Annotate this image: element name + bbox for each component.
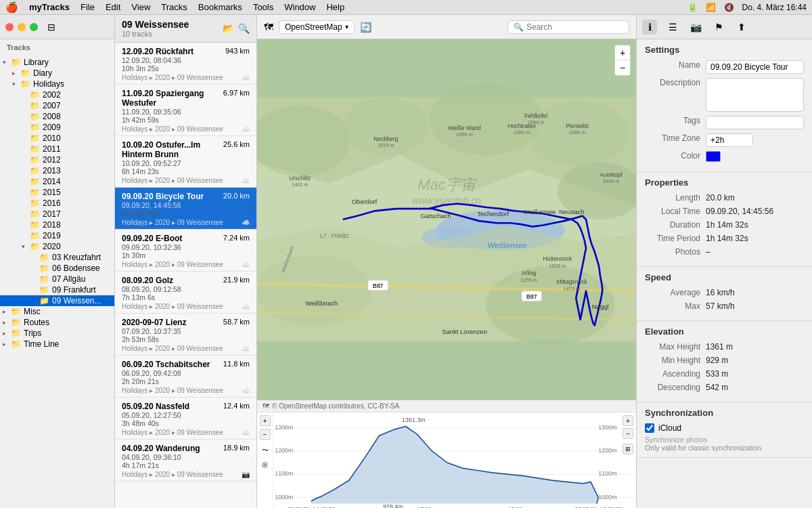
sidebar-item-diary[interactable]: 📁 Diary [0, 68, 114, 79]
map-search-box[interactable]: 🔍 [508, 20, 629, 34]
tree-arrow-diary[interactable] [12, 70, 20, 77]
track-item-2[interactable]: 11.09.20 Spaziergang Westufer 6.97 km 11… [115, 85, 256, 136]
menu-help[interactable]: Help [326, 2, 344, 12]
timeperiod-value: 1h 14m 32s [706, 234, 804, 243]
sidebar-item-trips[interactable]: 📁 Trips [0, 328, 114, 339]
sidebar-item-allgau[interactable]: 📁 07 Allgäu [0, 274, 114, 284]
refresh-icon[interactable]: 🔄 [360, 22, 371, 33]
sidebar-item-misc[interactable]: 📁 Misc [0, 306, 114, 317]
compass-icon-elev[interactable]: ◎ [260, 459, 271, 469]
elev-fit[interactable]: ⊞ [623, 444, 633, 454]
sidebar-item-library[interactable]: 📁 Library [0, 57, 114, 68]
tree-arrow-trips[interactable] [3, 330, 11, 337]
sidebar-item-2013[interactable]: 📁 2013 [0, 165, 114, 176]
map-canvas[interactable]: B87 B87 Fehlkofel 1594 m Nockberg 1515 m… [257, 39, 636, 400]
track-item-8[interactable]: 06.09.20 Tschabitscher 11.8 km 06.09.20,… [115, 356, 256, 398]
search-icon[interactable]: 🔍 [238, 23, 250, 34]
descending-label: Descending [645, 383, 706, 392]
sidebar-item-2008[interactable]: 📁 2008 [0, 111, 114, 122]
svg-text:Sankt Lorenzen: Sankt Lorenzen [442, 328, 487, 335]
sidebar-item-kreuzfahrt[interactable]: 📁 03 Kreuzfahrt [0, 252, 114, 263]
elevation-svg: 1300m 1200m 1100m 1000m 1300m 1200m 1100… [273, 412, 636, 508]
color-swatch[interactable] [706, 151, 721, 162]
close-btn[interactable] [5, 23, 14, 31]
map-source-selector[interactable]: OpenStreetMap ▾ [279, 20, 355, 34]
sidebar-item-2007[interactable]: 📁 2007 [0, 100, 114, 111]
folder-icon-2002: 📁 [30, 90, 41, 100]
folder-icon-2013: 📁 [30, 166, 41, 175]
minimize-btn[interactable] [18, 23, 26, 31]
ascending-value: 533 m [706, 369, 804, 379]
elev-zoom-out[interactable]: − [623, 428, 633, 439]
desc-textarea[interactable] [706, 78, 804, 112]
track-item-4[interactable]: 09.09.20 Bicycle Tour 20.0 km 09.09.20, … [115, 188, 256, 230]
sidebar-item-2020[interactable]: 📁 2020 [0, 241, 114, 252]
menu-window[interactable]: Window [284, 2, 315, 12]
sidebar-item-frankfurt[interactable]: 📁 09 Frankfurt [0, 284, 114, 295]
sidebar-item-2017[interactable]: 📁 2017 [0, 209, 114, 219]
track-item-10[interactable]: 04.09.20 Wanderung 18.9 km 04.09.20, 09:… [115, 440, 256, 482]
tags-input[interactable] [706, 116, 804, 129]
sidebar-item-2011[interactable]: 📁 2011 [0, 144, 114, 154]
tree-arrow-holidays[interactable] [12, 81, 20, 87]
sidebar-item-2015[interactable]: 📁 2015 [0, 187, 114, 198]
track-item-1[interactable]: 12.09.20 Rückfahrt 943 km 12.09.20, 08:0… [115, 43, 256, 85]
sidebar-item-holidays[interactable]: 📁 Holidays [0, 79, 114, 89]
sidebar-item-weissensee[interactable]: 📁 09 Weissen... [0, 295, 114, 306]
tree-arrow-2020[interactable] [22, 243, 30, 250]
menu-tracks[interactable]: Tracks [161, 2, 187, 12]
sidebar-item-2012[interactable]: 📁 2012 [0, 154, 114, 165]
zoom-in-elev[interactable]: + [260, 415, 271, 426]
tree-arrow-misc[interactable] [3, 308, 11, 315]
cloud-icon-7: ☁️ [242, 345, 250, 352]
menu-edit[interactable]: Edit [106, 2, 120, 12]
zoom-in-button[interactable]: + [615, 45, 630, 60]
menu-tools[interactable]: Tools [253, 2, 273, 12]
share-toolbar-button[interactable]: ⬆ [734, 20, 749, 35]
svg-text:1473 m: 1473 m [564, 286, 581, 292]
map-icon-small: 🗺 [263, 402, 269, 410]
min-height-row: Min Height 929 m [645, 356, 804, 365]
flag-toolbar-button[interactable]: ⚑ [711, 20, 726, 35]
tree-arrow-routes[interactable] [3, 319, 11, 326]
sidebar-item-bodensee[interactable]: 📁 06 Bodensee [0, 263, 114, 274]
sidebar-item-2002[interactable]: 📁 2002 [0, 89, 114, 100]
tree-arrow-library[interactable] [3, 59, 11, 66]
sidebar-item-2014[interactable]: 📁 2014 [0, 176, 114, 187]
menu-file[interactable]: File [81, 2, 95, 12]
sidebar-item-2019[interactable]: 📁 2019 [0, 230, 114, 241]
apple-menu[interactable]: 🍎 [5, 1, 18, 14]
sidebar-item-timeline[interactable]: 📁 Time Line [0, 339, 114, 350]
sidebar-item-2010[interactable]: 📁 2010 [0, 133, 114, 144]
track-item-5[interactable]: 09.09.20 E-Boot 7.24 km 09.09.20, 10:32:… [115, 230, 256, 272]
track-item-9[interactable]: 05.09.20 Nassfeld 12.4 km 05.09.20, 12:2… [115, 398, 256, 440]
folder-browse-icon[interactable]: 📂 [223, 23, 234, 34]
menu-view[interactable]: View [131, 2, 150, 12]
track-item-3[interactable]: 10.09.20 Ostufer...Im Hinterm Brunn 25.6… [115, 136, 256, 188]
sidebar-item-2018[interactable]: 📁 2018 [0, 219, 114, 230]
maximize-btn[interactable] [30, 23, 38, 31]
menu-bookmarks[interactable]: Bookmarks [198, 2, 242, 12]
app-name[interactable]: myTracks [29, 2, 70, 12]
track-item-6[interactable]: 08.09.20 Golz 21.9 km 08.09.20, 09:12:58… [115, 272, 256, 314]
track-item-7[interactable]: 2020-09-07 Lienz 58.7 km 07.09.20, 10:37… [115, 314, 256, 356]
elev-zoom-in[interactable]: + [623, 415, 633, 426]
zoom-out-button[interactable]: − [615, 60, 630, 75]
zoom-out-elev[interactable]: − [260, 429, 271, 440]
sidebar-item-routes[interactable]: 📁 Routes [0, 317, 114, 328]
track-icon-elev[interactable]: 〜 [260, 445, 271, 456]
sidebar-item-2016[interactable]: 📁 2016 [0, 198, 114, 209]
info-toolbar-button[interactable]: ℹ [642, 20, 657, 35]
cloud-icon-3: ☁️ [242, 177, 250, 184]
search-input[interactable] [526, 22, 623, 32]
timezone-input[interactable] [706, 133, 753, 147]
list-toolbar-button[interactable]: ☰ [665, 20, 680, 35]
icloud-checkbox[interactable] [645, 423, 654, 433]
localtime-prop-row: Local Time 09.09.20, 14:45:56 [645, 207, 804, 216]
elevation-right-zoom: + − ⊞ [623, 415, 633, 454]
camera-toolbar-button[interactable]: 📷 [688, 20, 703, 35]
tree-arrow-timeline[interactable] [3, 341, 11, 347]
sidebar-toggle[interactable]: ⊟ [47, 22, 55, 33]
name-input[interactable] [706, 60, 804, 74]
sidebar-item-2009[interactable]: 📁 2009 [0, 122, 114, 133]
